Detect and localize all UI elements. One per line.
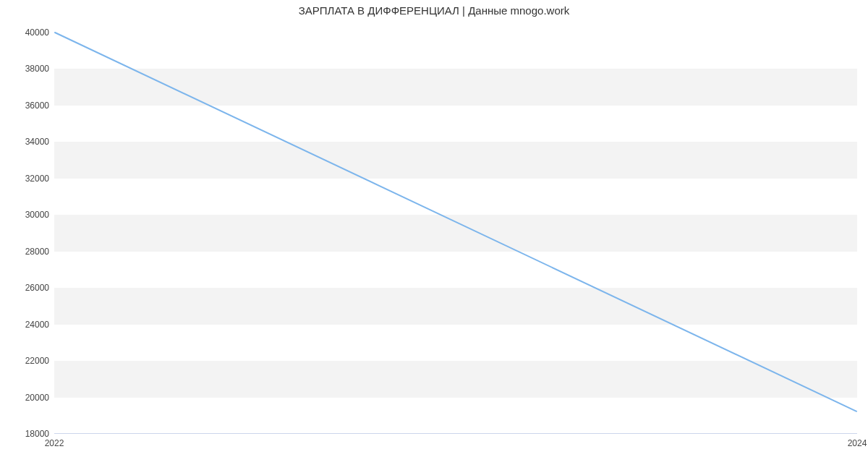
- x-tick-label: 2022: [45, 438, 64, 448]
- y-tick-label: 40000: [6, 27, 49, 38]
- x-tick-label: 2024: [848, 438, 867, 448]
- plot-area: [54, 33, 857, 434]
- y-tick-label: 22000: [6, 356, 49, 366]
- y-tick-label: 36000: [6, 101, 49, 111]
- y-tick-label: 18000: [6, 429, 49, 439]
- y-tick-label: 28000: [6, 247, 49, 257]
- y-tick-label: 26000: [6, 283, 49, 293]
- y-tick-label: 34000: [6, 137, 49, 147]
- series-line: [55, 33, 856, 411]
- y-tick-label: 32000: [6, 174, 49, 184]
- y-tick-label: 38000: [6, 64, 49, 74]
- y-tick-label: 30000: [6, 210, 49, 220]
- line-layer: [54, 33, 857, 433]
- y-tick-label: 20000: [6, 393, 49, 403]
- chart-title: ЗАРПЛАТА В ДИФФЕРЕНЦИАЛ | Данные mnogo.w…: [0, 4, 868, 17]
- chart-container: ЗАРПЛАТА В ДИФФЕРЕНЦИАЛ | Данные mnogo.w…: [0, 0, 868, 470]
- y-tick-label: 24000: [6, 320, 49, 330]
